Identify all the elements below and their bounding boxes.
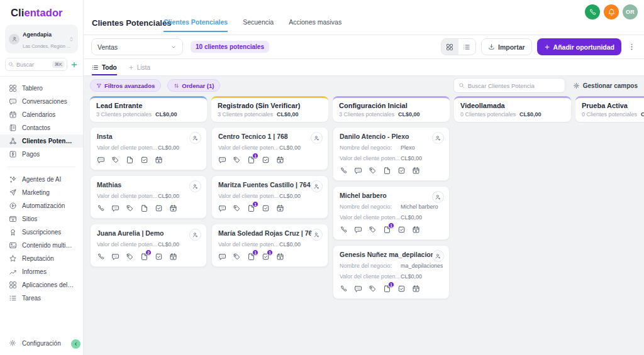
note-icon[interactable]: 1 xyxy=(247,204,255,212)
sidebar-item-tablero[interactable]: Tablero xyxy=(0,82,83,95)
add-opportunity-button[interactable]: Añadir oportunidad xyxy=(537,38,621,55)
more-options-button[interactable] xyxy=(626,40,636,55)
tag-icon[interactable] xyxy=(233,253,241,261)
note-icon[interactable]: 1 xyxy=(383,226,391,234)
advanced-filters-button[interactable]: Filtros avanzados xyxy=(90,79,161,92)
chat-icon[interactable] xyxy=(97,156,105,164)
sidebar-item-calendarios[interactable]: Calendarios xyxy=(0,108,83,121)
sidebar-item-marketing[interactable]: Marketing xyxy=(0,186,83,199)
chat-icon[interactable] xyxy=(354,285,362,293)
lead-card[interactable]: Michel barbero Nombre del negocio: Miche… xyxy=(333,186,450,240)
calendar-icon[interactable] xyxy=(276,204,284,212)
tab-clientes-potenciales[interactable]: Clientes Potenciales xyxy=(164,18,228,32)
calendar-icon[interactable] xyxy=(169,253,177,261)
sidebar-item-tareas[interactable]: Tareas xyxy=(0,292,83,305)
chat-icon[interactable] xyxy=(218,156,226,164)
pipeline-select[interactable]: Ventas xyxy=(91,38,183,55)
chat-icon[interactable] xyxy=(218,204,226,212)
task-icon[interactable] xyxy=(397,226,406,234)
phone-icon[interactable] xyxy=(340,285,348,293)
sidebar-item-contenido-multimedia-u[interactable]: Contenido multimedia U... xyxy=(0,239,83,252)
tag-icon[interactable] xyxy=(233,204,241,212)
calendar-icon[interactable] xyxy=(155,156,163,164)
task-icon[interactable]: 1 xyxy=(262,253,270,261)
phone-icon[interactable] xyxy=(340,167,348,175)
tag-icon[interactable] xyxy=(233,156,241,164)
lead-card[interactable]: Juana Aurelia | Demo Valor del cliente p… xyxy=(90,224,207,267)
sidebar-item-conversaciones[interactable]: Conversaciones xyxy=(0,95,83,108)
workspace-selector[interactable]: Agendapia Las Condes, Región ... xyxy=(5,25,78,53)
lead-card[interactable]: Centro Tecnico 1 | 768 Valor del cliente… xyxy=(211,127,328,170)
tag-icon[interactable] xyxy=(126,204,134,212)
tag-icon[interactable] xyxy=(369,226,377,234)
note-icon[interactable]: 1 xyxy=(247,156,255,164)
note-icon[interactable] xyxy=(126,156,134,164)
phone-button[interactable] xyxy=(585,4,600,19)
assign-user-button[interactable] xyxy=(189,180,201,192)
collapse-sidebar-button[interactable] xyxy=(71,339,80,349)
sidebar-search-input[interactable] xyxy=(16,62,50,68)
sidebar-item-suscripciones[interactable]: Suscripciones xyxy=(0,226,83,239)
quick-add-button[interactable] xyxy=(70,61,78,68)
calendar-icon[interactable] xyxy=(276,156,284,164)
calendar-icon[interactable] xyxy=(412,226,420,234)
note-icon[interactable] xyxy=(383,167,391,175)
sort-button[interactable]: Ordenar (1) xyxy=(167,79,220,92)
assign-user-button[interactable] xyxy=(311,180,323,192)
sidebar-item-agentes-de-ai[interactable]: Agentes de AI xyxy=(0,173,83,186)
sidebar-item-informes[interactable]: Informes xyxy=(0,265,83,278)
task-icon[interactable] xyxy=(155,253,163,261)
sidebar-search[interactable]: ⌘K xyxy=(5,58,67,71)
lead-card[interactable]: Maritza Fuentes Castillo | 764 Valor del… xyxy=(211,175,328,219)
board-search[interactable] xyxy=(453,78,565,93)
tag-icon[interactable] xyxy=(126,253,134,261)
list-view-button[interactable] xyxy=(458,39,475,55)
task-icon[interactable] xyxy=(397,167,406,175)
chat-icon[interactable] xyxy=(354,226,362,234)
sidebar-item-automatizaci-n[interactable]: Automatización xyxy=(0,199,83,212)
task-icon[interactable] xyxy=(262,204,270,212)
sidebar-item-contactos[interactable]: Contactos xyxy=(0,121,83,134)
lead-card[interactable]: Mathias Valor del cliente poten... CL$0,… xyxy=(90,175,207,219)
sidebar-item-sitios[interactable]: Sitios xyxy=(0,212,83,226)
phone-icon[interactable] xyxy=(97,253,105,261)
tab-todo[interactable]: Todo xyxy=(92,64,117,75)
note-icon[interactable]: 2 xyxy=(140,253,148,261)
manage-fields-button[interactable]: Gestionar campos xyxy=(573,82,638,89)
task-icon[interactable] xyxy=(262,156,270,164)
calendar-icon[interactable] xyxy=(412,285,420,293)
task-icon[interactable] xyxy=(397,285,406,293)
sidebar-item-reputaci-n[interactable]: Reputación xyxy=(0,252,83,265)
assign-user-button[interactable] xyxy=(311,132,323,144)
notifications-button[interactable] xyxy=(604,4,619,19)
assign-user-button[interactable] xyxy=(311,229,323,241)
lead-card[interactable]: Genesis Nuñez ma_depilacion... Nombre de… xyxy=(333,245,450,299)
phone-icon[interactable] xyxy=(340,226,348,234)
calendar-icon[interactable] xyxy=(169,204,177,212)
calendar-icon[interactable] xyxy=(412,167,420,175)
task-icon[interactable] xyxy=(140,156,148,164)
assign-user-button[interactable] xyxy=(189,229,201,241)
tag-icon[interactable] xyxy=(369,167,377,175)
tab-secuencia[interactable]: Secuencia xyxy=(243,18,274,32)
lead-card[interactable]: Danilo Atencio - Plexo Nombre del negoci… xyxy=(333,127,450,181)
note-icon[interactable] xyxy=(140,204,148,212)
note-icon[interactable]: 1 xyxy=(383,285,391,293)
chat-icon[interactable] xyxy=(111,253,119,261)
tag-icon[interactable] xyxy=(111,156,119,164)
sidebar-item-pagos[interactable]: Pagos xyxy=(0,148,83,161)
assign-user-button[interactable] xyxy=(189,132,201,144)
grid-view-button[interactable] xyxy=(441,39,458,55)
chat-icon[interactable] xyxy=(354,167,362,175)
assign-user-button[interactable] xyxy=(432,132,444,144)
lead-card[interactable]: María Soledad Rojas Cruz | 761 Valor del… xyxy=(211,224,328,267)
user-avatar[interactable]: OR xyxy=(623,4,638,19)
assign-user-button[interactable] xyxy=(432,250,444,262)
note-icon[interactable]: 1 xyxy=(247,253,255,261)
add-list-tab[interactable]: Lista xyxy=(128,64,150,75)
sidebar-item-aplicaciones-del-mercado[interactable]: Aplicaciones del mercado xyxy=(0,278,83,292)
sidebar-item-clientes-potenciales[interactable]: Clientes Potenciales xyxy=(0,134,83,148)
lead-card[interactable]: Insta Valor del cliente poten... CL$0,00 xyxy=(90,127,207,170)
import-button[interactable]: Importar xyxy=(481,38,532,55)
tag-icon[interactable] xyxy=(369,285,377,293)
